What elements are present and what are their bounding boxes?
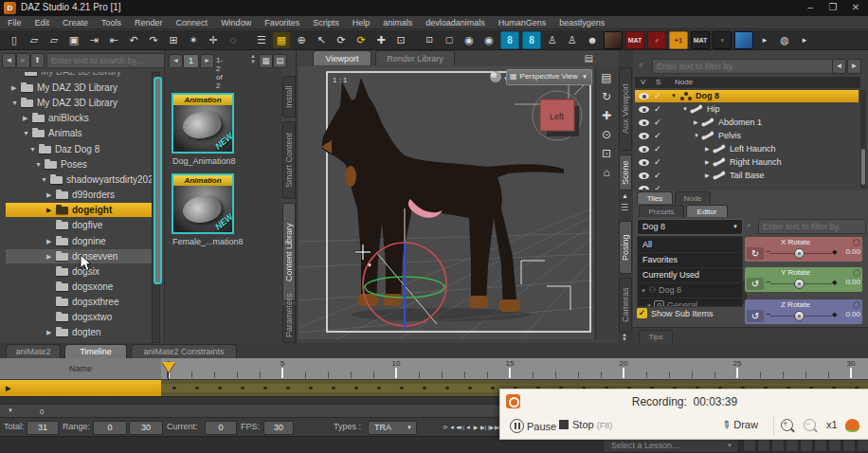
tree-item[interactable]: ▼shadowyartsdirty2024 xyxy=(6,172,152,187)
goto-start-button[interactable]: ◄◄ xyxy=(449,422,457,433)
gear-icon[interactable] xyxy=(853,301,860,309)
pane-menu-icon[interactable]: ▤ xyxy=(585,53,593,63)
total-field[interactable]: 31 xyxy=(27,421,59,435)
tab-node[interactable]: Node xyxy=(675,191,711,204)
tab-scene[interactable]: Scene xyxy=(619,154,632,190)
plus-one-icon[interactable]: +1 xyxy=(669,31,688,49)
scale-tool-icon[interactable]: ⊡ xyxy=(392,32,409,48)
page-prev-button[interactable]: ◄ xyxy=(169,54,183,68)
scene-node-right-haunch[interactable]: ✓ ▶ Right Haunch xyxy=(635,156,859,169)
slider-knob[interactable] xyxy=(794,248,805,259)
node-selector-dropdown[interactable]: Dog 8 ▼ xyxy=(637,219,743,235)
nav-forward-button[interactable]: ► xyxy=(16,53,30,68)
tree-item[interactable]: dogsxtwo xyxy=(6,310,152,324)
scene-navigator-icon[interactable]: ⊕ xyxy=(293,32,310,48)
pane-up-icon[interactable]: ▲ xyxy=(622,192,628,199)
menu-animals[interactable]: animals xyxy=(383,18,412,27)
tree-item[interactable]: ▼Animals xyxy=(6,126,152,140)
nav-back-button[interactable]: ◄ xyxy=(2,53,16,68)
tab-render-library[interactable]: Render Library xyxy=(375,50,455,65)
pause-button[interactable]: Pause xyxy=(510,419,556,433)
tree-item[interactable]: ▶My DAZ 3D Library xyxy=(6,81,152,95)
slider-knob[interactable] xyxy=(794,279,805,289)
tab-aux-viewport[interactable]: Aux Viewport xyxy=(619,67,632,151)
next-frame-button[interactable]: ▶| xyxy=(479,422,487,433)
playhead[interactable] xyxy=(162,362,175,372)
pane-menu-icon[interactable]: ☰ xyxy=(621,203,628,212)
tree-item[interactable]: ▶d99orders xyxy=(6,188,152,202)
new-null-icon[interactable]: ◌ xyxy=(225,32,242,48)
node-list-icon[interactable]: ☰ xyxy=(253,32,270,48)
scene-node-pelvis[interactable]: ✓ ▼ Pelvis xyxy=(635,130,859,142)
tree-item[interactable]: ▶dogten xyxy=(6,325,152,339)
open-file-icon[interactable]: ▱ xyxy=(26,32,43,48)
loop-button[interactable]: ⟳ xyxy=(442,422,449,433)
gear-icon[interactable] xyxy=(853,239,860,246)
round-pattern-icon[interactable]: ◍ xyxy=(776,32,793,48)
menu-file[interactable]: File xyxy=(8,18,22,27)
node-selection-icon[interactable]: ↖ xyxy=(313,32,330,48)
step-fwd-key-button[interactable]: |▶ xyxy=(487,422,495,433)
selectable-icon[interactable]: ✓ xyxy=(654,90,661,102)
asset-thumbnail[interactable]: Animation NEW xyxy=(172,173,234,234)
selectable-icon[interactable]: ✓ xyxy=(654,117,661,129)
posing-filter-input[interactable] xyxy=(758,219,866,234)
tab-content-library[interactable]: Content Library xyxy=(282,203,296,301)
visibility-eye-icon[interactable] xyxy=(639,106,649,113)
menu-beastlygens[interactable]: beastlygens xyxy=(559,18,605,27)
x-rotate-slider[interactable]: X Rotate ↻ −◆ 0.00 xyxy=(745,237,862,262)
custom-figure-a-icon[interactable]: ♙ xyxy=(544,32,561,48)
range-end-field[interactable]: 30 xyxy=(129,421,163,435)
redo-icon[interactable]: ↷ xyxy=(145,32,162,48)
minimize-button[interactable]: – xyxy=(800,1,821,14)
tree-item[interactable]: ▶aniBlocks xyxy=(6,111,152,125)
mat-icon[interactable]: MAT xyxy=(691,31,710,49)
undo-icon[interactable]: ↶ xyxy=(125,32,142,48)
visibility-eye-icon[interactable] xyxy=(639,93,649,100)
blue-pattern-icon[interactable] xyxy=(734,31,753,49)
home-icon[interactable]: ⌂ xyxy=(598,165,615,180)
tree-item[interactable]: ▼Poses xyxy=(6,157,152,172)
viewport-canvas[interactable]: 1 : 1 ▼ xyxy=(298,66,593,339)
scene-forward-button[interactable]: ► xyxy=(847,59,861,74)
visibility-eye-icon[interactable] xyxy=(639,119,649,126)
tree-item[interactable]: dogsxone xyxy=(6,280,152,294)
grid-view-icon[interactable]: ▦ xyxy=(259,54,273,68)
nav-up-button[interactable]: ⬆ xyxy=(30,53,45,68)
orbit-icon[interactable]: ↻ xyxy=(598,89,615,104)
menu-help[interactable]: Help xyxy=(353,18,371,27)
tab-timeline[interactable]: Timeline xyxy=(64,344,127,358)
frame-icon[interactable]: ⊡ xyxy=(598,146,615,161)
male-symbol-icon[interactable]: ♂ xyxy=(647,31,666,49)
collapse-icon[interactable]: ▼ xyxy=(8,408,13,413)
menu-tools[interactable]: Tools xyxy=(101,18,121,27)
tree-item[interactable]: dogfive xyxy=(6,218,152,232)
mat-copy-icon[interactable]: MAT xyxy=(625,31,644,49)
custom-portrait-icon[interactable] xyxy=(604,31,623,49)
visibility-eye-icon[interactable] xyxy=(639,172,649,179)
list-view-icon[interactable]: ▤ xyxy=(273,54,287,68)
selectable-icon[interactable]: ✓ xyxy=(654,156,661,169)
selectable-icon[interactable]: ✓ xyxy=(654,103,661,116)
menu-devloadanimals[interactable]: devloadanimals xyxy=(425,18,485,27)
y-rotate-slider[interactable]: Y Rotate ↺ −◆ 0.00 xyxy=(745,267,862,292)
menu-connect[interactable]: Connect xyxy=(176,18,208,27)
visibility-eye-icon[interactable] xyxy=(639,133,649,139)
fps-field[interactable]: 30 xyxy=(263,421,294,435)
custom-bust-icon[interactable]: ☻ xyxy=(584,32,601,48)
pane-spinner-icons[interactable]: ▲▼ xyxy=(622,333,627,342)
tab-posing[interactable]: Posing xyxy=(619,221,632,274)
menu-edit[interactable]: Edit xyxy=(35,18,50,27)
tab-animate2[interactable]: aniMate2 xyxy=(6,344,61,358)
tab-parameters[interactable]: Parameters xyxy=(282,305,296,343)
lesson-dropdown[interactable]: Select a Lesson... ▼ xyxy=(603,439,739,453)
new-light-icon[interactable]: ✶ xyxy=(185,32,202,48)
custom-screen8-b-icon[interactable]: 8 xyxy=(522,31,541,49)
custom-figure-b-icon[interactable]: ♙ xyxy=(564,32,581,48)
visibility-eye-icon[interactable] xyxy=(639,159,649,166)
timeline-ruler[interactable]: 0 5 10 15 20 25 30 xyxy=(161,358,868,379)
close-button[interactable]: ✕ xyxy=(845,1,866,14)
visibility-eye-icon[interactable] xyxy=(639,146,649,153)
selectable-icon[interactable]: ✓ xyxy=(654,130,661,142)
save-icon[interactable]: ▣ xyxy=(65,32,82,48)
